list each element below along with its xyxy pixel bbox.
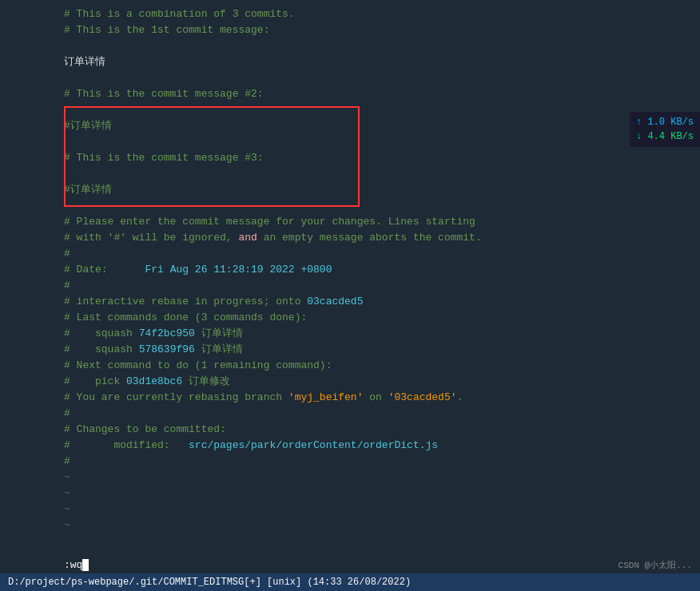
editor-line: # squash 74f2bc950 订单详情: [64, 326, 700, 342]
down-arrow-icon: ↓: [636, 131, 642, 142]
editor-area[interactable]: # This is a combination of 3 commits. # …: [0, 0, 700, 551]
editor-line: # Last commands done (3 commands done):: [64, 310, 700, 326]
editor-line: # Date: Fri Aug 26 11:28:19 2022 +0800: [64, 262, 700, 278]
upload-speed: ↑ 1.0 KB/s: [636, 115, 694, 129]
editor-line: # pick 03d1e8bc6 订单修改: [64, 374, 700, 390]
editor-line: 订单详情: [64, 54, 700, 70]
editor-line: # This is the 1st commit message:: [64, 22, 700, 38]
highlight-box: [64, 106, 360, 207]
status-bar: D:/project/ps-webpage/.git/COMMIT_EDITMS…: [0, 573, 700, 591]
editor-line: #: [64, 454, 700, 470]
editor-line: # with '#' will be ignored, and an empty…: [64, 230, 700, 246]
editor-line: ~: [64, 470, 700, 486]
editor-line: ~: [64, 502, 700, 518]
status-filepath: D:/project/ps-webpage/.git/COMMIT_EDITMS…: [8, 577, 411, 588]
editor-line: # This is the commit message #2:: [64, 86, 700, 102]
csdn-watermark: CSDN @小太阳...: [618, 559, 692, 571]
editor-line: # Changes to be committed:: [64, 422, 700, 438]
editor-line: [64, 70, 700, 86]
editor-line: ~: [64, 518, 700, 533]
editor-line: ~: [64, 486, 700, 502]
editor-line: # This is a combination of 3 commits.: [64, 6, 700, 22]
editor-line: # modified: src/pages/park/orderContent/…: [64, 438, 700, 454]
editor-line: # Next command to do (1 remaining comman…: [64, 358, 700, 374]
editor-line: # You are currently rebasing branch 'myj…: [64, 390, 700, 406]
editor-line: [64, 38, 700, 54]
up-arrow-icon: ↑: [636, 117, 642, 128]
editor-line: # squash 578639f96 订单详情: [64, 342, 700, 358]
editor-line: #: [64, 278, 700, 294]
speed-widget: ↑ 1.0 KB/s ↓ 4.4 KB/s: [630, 112, 700, 147]
editor-line: # Please enter the commit message for yo…: [64, 214, 700, 230]
download-speed: ↓ 4.4 KB/s: [636, 129, 694, 144]
editor-line: # interactive rebase in progress; onto 0…: [64, 294, 700, 310]
vim-command[interactable]: :wq: [64, 557, 89, 573]
editor-line: #: [64, 246, 700, 262]
editor-line: #: [64, 406, 700, 422]
